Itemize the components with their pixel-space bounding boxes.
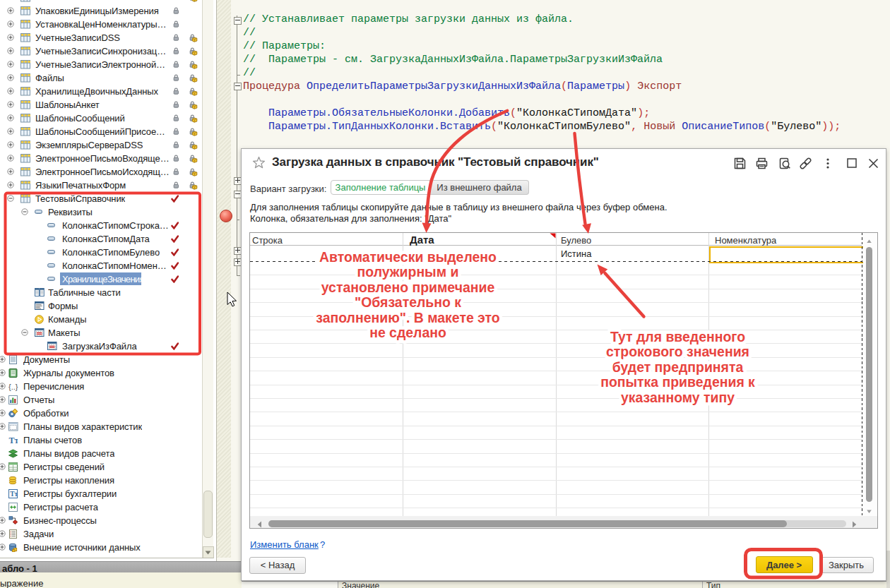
svg-text:установлено примечание: установлено примечание [321,279,494,295]
svg-text:будет предпринята: будет предпринята [612,359,744,375]
svg-text:Автоматически выделено: Автоматически выделено [319,248,497,265]
svg-text:не сделано: не сделано [369,324,446,340]
svg-text:строкового значения: строкового значения [606,343,749,359]
svg-text:заполнению". В макете это: заполнению". В макете это [316,309,499,325]
svg-text:попытка приведения к: попытка приведения к [600,373,755,390]
svg-text:указанному типу: указанному типу [621,389,735,405]
svg-text:"Обязательно к: "Обязательно к [355,294,461,310]
svg-text:Тут для введенного: Тут для введенного [610,328,745,344]
svg-text:полужирным и: полужирным и [357,263,459,280]
